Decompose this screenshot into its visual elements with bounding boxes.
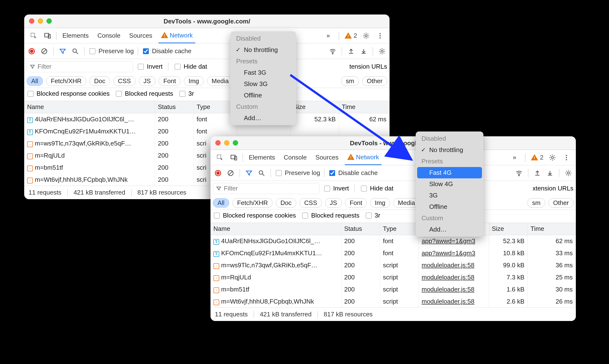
preserve-log-input[interactable] — [90, 48, 95, 54]
menu-item-no-throttling[interactable]: ✓ No throttling — [417, 144, 482, 156]
col-name[interactable]: Name — [211, 223, 341, 235]
blocked-requests-input[interactable] — [116, 91, 122, 97]
req-initiator[interactable]: moduleloader.js:58 — [419, 283, 489, 295]
invert-checkbox[interactable]: Invert — [137, 63, 162, 70]
filter-input[interactable]: Filter — [27, 61, 133, 72]
hide-data-input[interactable] — [361, 186, 367, 191]
table-row[interactable]: ◦m=Wt6vjf,hhhU8,FCpbqb,WhJNk200scriptmod… — [211, 295, 576, 307]
settings-button[interactable] — [361, 31, 371, 41]
invert-checkbox[interactable]: Invert — [323, 185, 349, 192]
table-row[interactable]: T4UaRrENHsxJlGDuGo1OIlJfC6l_…200fontapp?… — [211, 235, 576, 247]
filter-toggle-button[interactable] — [58, 46, 68, 56]
customize-menu-button[interactable] — [561, 153, 571, 163]
chip-fetch-xhr[interactable]: Fetch/XHR — [232, 198, 272, 208]
inspect-element-icon[interactable] — [215, 153, 225, 163]
tab-console[interactable]: Console — [95, 28, 123, 43]
clear-button[interactable] — [226, 168, 236, 178]
table-row[interactable]: ◦m=ws9Tlc,n73qwf,GkRiKb,e5qF…200scriptmo… — [211, 259, 576, 271]
col-time[interactable]: Time — [339, 101, 390, 113]
clear-button[interactable] — [39, 46, 49, 56]
blocked-requests-checkbox[interactable]: Blocked requests — [115, 90, 173, 97]
device-toolbar-icon[interactable] — [42, 31, 53, 41]
chip-font[interactable]: Font — [345, 198, 367, 208]
col-size[interactable]: Size — [489, 223, 528, 235]
settings-button[interactable] — [547, 153, 557, 163]
device-toolbar-icon[interactable] — [229, 153, 239, 163]
third-party-checkbox[interactable]: 3r — [178, 90, 194, 97]
preserve-log-checkbox[interactable]: Preserve log — [275, 169, 320, 177]
preserve-log-checkbox[interactable]: Preserve log — [89, 47, 134, 55]
invert-input[interactable] — [324, 186, 330, 191]
record-button[interactable] — [27, 46, 37, 56]
menu-item-offline[interactable]: Offline — [232, 90, 295, 101]
chip-other[interactable]: Other — [362, 76, 387, 86]
menu-item-fast-4g[interactable]: Fast 4G — [417, 167, 482, 178]
more-tabs-button[interactable]: » — [510, 153, 520, 163]
tab-network[interactable]: Network — [159, 28, 195, 43]
network-conditions-button[interactable] — [328, 46, 338, 56]
disable-cache-checkbox[interactable]: Disable cache — [142, 47, 191, 55]
req-initiator[interactable]: app?awwd=1&gm3 — [419, 247, 489, 259]
inspect-element-icon[interactable] — [28, 31, 39, 41]
hide-data-urls-checkbox[interactable]: Hide dat — [174, 63, 207, 70]
chip-other[interactable]: Other — [549, 198, 573, 208]
disable-cache-input[interactable] — [329, 170, 335, 176]
menu-item-slow-4g[interactable]: Slow 4G — [417, 178, 482, 190]
menu-item-offline[interactable]: Offline — [417, 201, 482, 212]
chip-js[interactable]: JS — [325, 198, 342, 208]
chip-doc[interactable]: Doc — [276, 198, 296, 208]
disable-cache-checkbox[interactable]: Disable cache — [328, 169, 378, 177]
chip-media[interactable]: Media — [207, 76, 233, 86]
blocked-cookies-checkbox[interactable]: Blocked response cookies — [27, 90, 110, 97]
chip-css[interactable]: CSS — [299, 198, 322, 208]
issues-counter[interactable]: 2 — [531, 154, 543, 161]
col-type[interactable]: Type — [380, 223, 419, 235]
tab-elements[interactable]: Elements — [60, 28, 91, 43]
hide-data-urls-checkbox[interactable]: Hide dat — [360, 185, 393, 192]
blocked-requests-input[interactable] — [302, 213, 308, 219]
third-party-checkbox[interactable]: 3r — [365, 212, 380, 219]
invert-input[interactable] — [138, 64, 144, 70]
blocked-cookies-input[interactable] — [27, 91, 33, 97]
export-har-button[interactable] — [359, 46, 369, 56]
chip-img[interactable]: Img — [184, 76, 203, 86]
req-initiator[interactable]: moduleloader.js:58 — [419, 295, 489, 307]
issues-counter[interactable]: 2 — [345, 32, 357, 39]
menu-item-add[interactable]: Add… — [417, 224, 482, 235]
chip-img[interactable]: Img — [370, 198, 390, 208]
table-row[interactable]: T4UaRrENHsxJlGDuGo1OIlJfC6l_… 200 font 5… — [24, 113, 390, 125]
chip-doc[interactable]: Doc — [90, 76, 110, 86]
tab-sources[interactable]: Sources — [127, 28, 155, 43]
blocked-requests-checkbox[interactable]: Blocked requests — [301, 212, 359, 219]
export-har-button[interactable] — [545, 168, 555, 178]
import-har-button[interactable] — [346, 46, 356, 56]
tab-console[interactable]: Console — [281, 150, 309, 165]
chip-font[interactable]: Font — [159, 76, 180, 86]
menu-item-slow-3g[interactable]: Slow 3G — [232, 78, 295, 90]
filter-input[interactable]: Filter — [213, 183, 319, 194]
menu-item-fast-3g[interactable]: Fast 3G — [232, 67, 295, 78]
chip-all[interactable]: All — [213, 198, 229, 208]
disable-cache-input[interactable] — [143, 48, 149, 54]
network-settings-button[interactable] — [377, 46, 387, 56]
third-party-input[interactable] — [179, 91, 185, 97]
col-name[interactable]: Name — [24, 101, 155, 113]
search-button[interactable] — [257, 168, 267, 178]
menu-item-3g[interactable]: 3G — [417, 190, 482, 201]
req-initiator[interactable]: moduleloader.js:58 — [419, 259, 489, 271]
filter-toggle-button[interactable] — [244, 168, 254, 178]
col-time[interactable]: Time — [528, 223, 576, 235]
col-size[interactable]: Size — [290, 101, 339, 113]
table-row[interactable]: TKFOmCnqEu92Fr1Mu4mxKKTU1…200fontapp?aww… — [211, 247, 576, 259]
tab-sources[interactable]: Sources — [313, 150, 341, 165]
chip-all[interactable]: All — [27, 76, 43, 86]
col-status[interactable]: Status — [341, 223, 380, 235]
menu-item-add[interactable]: Add… — [232, 112, 295, 124]
blocked-cookies-input[interactable] — [214, 213, 220, 219]
customize-menu-button[interactable] — [375, 31, 385, 41]
menu-item-no-throttling[interactable]: ✓ No throttling — [232, 44, 295, 56]
network-conditions-button[interactable] — [514, 168, 524, 178]
more-tabs-button[interactable]: » — [323, 31, 333, 41]
tab-network[interactable]: Network — [345, 150, 381, 165]
import-har-button[interactable] — [532, 168, 542, 178]
